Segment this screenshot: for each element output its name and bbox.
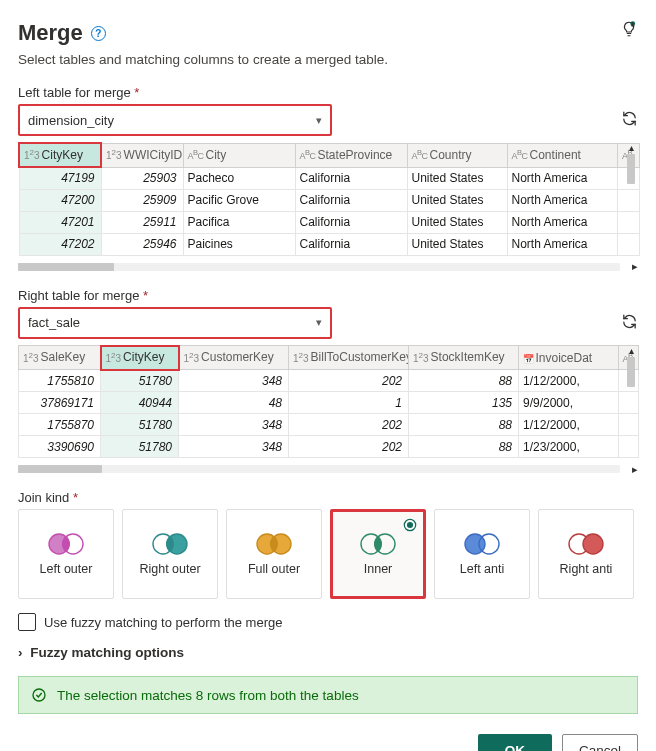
scroll-up-icon[interactable]: ▴ [624,345,638,357]
join-option-inner[interactable]: Inner [330,509,426,599]
svg-point-9 [407,522,413,528]
match-status-bar: The selection matches 8 rows from both t… [18,676,638,714]
refresh-left-icon[interactable] [621,110,638,130]
table-row[interactable]: 175587051780348202881/12/2000, [19,414,639,436]
join-option-right-outer[interactable]: Right outer [122,509,218,599]
column-header[interactable]: 123CustomerKey [179,346,289,370]
join-kind-options: Left outer Right outer Full outer Inner … [18,509,638,599]
table-row[interactable]: 4720125911PacificaCaliforniaUnited State… [19,211,639,233]
right-table-dropdown[interactable]: fact_sale ▾ [18,307,332,339]
column-header[interactable]: ABCCity [183,143,295,167]
fuzzy-matching-label: Use fuzzy matching to perform the merge [44,615,282,630]
column-header[interactable]: 123BillToCustomerKey [289,346,409,370]
scrollbar-thumb[interactable] [627,154,635,184]
join-option-full-outer[interactable]: Full outer [226,509,322,599]
page-title: Merge [18,20,83,46]
left-table-label: Left table for merge [18,85,131,100]
right-hscroll[interactable]: ▸ [18,462,638,476]
chevron-down-icon: ▾ [316,114,322,127]
column-header[interactable]: 123CityKey [19,143,101,167]
scroll-right-icon[interactable]: ▸ [624,260,638,273]
table-row[interactable]: 175581051780348202881/12/2000, [19,370,639,392]
join-option-right-anti[interactable]: Right anti [538,509,634,599]
left-table-grid[interactable]: 123CityKey123WWICityIDABCCityABCStatePro… [18,142,640,256]
column-header[interactable]: ABCContinent [507,143,617,167]
refresh-right-icon[interactable] [621,313,638,333]
column-header[interactable]: 123SaleKey [19,346,101,370]
scrollbar-thumb[interactable] [627,357,635,387]
right-table-label: Right table for merge [18,288,139,303]
column-header[interactable]: 123CityKey [101,346,179,370]
match-status-text: The selection matches 8 rows from both t… [57,688,359,703]
chevron-right-icon: › [18,645,23,660]
left-table-dropdown[interactable]: dimension_city ▾ [18,104,332,136]
table-row[interactable]: 37869171409444811359/9/2000, [19,392,639,414]
ok-button[interactable]: OK [478,734,552,751]
fuzzy-matching-checkbox[interactable] [18,613,36,631]
chevron-down-icon: ▾ [316,316,322,329]
join-option-left-outer[interactable]: Left outer [18,509,114,599]
svg-point-15 [583,534,603,554]
fuzzy-options-expander[interactable]: › Fuzzy matching options [18,645,638,660]
scroll-right-icon[interactable]: ▸ [624,463,638,476]
svg-text:1: 1 [632,23,634,27]
table-row[interactable]: 4719925903PachecoCaliforniaUnited States… [19,167,639,189]
svg-point-16 [33,689,45,701]
left-hscroll[interactable]: ▸ [18,260,638,274]
column-header[interactable]: 📅InvoiceDat [519,346,619,370]
scroll-up-icon[interactable]: ▴ [624,142,638,154]
idea-icon[interactable]: 1 [620,20,638,41]
column-header[interactable]: 123StockItemKey [409,346,519,370]
join-kind-label: Join kind [18,490,69,505]
right-table-grid[interactable]: 123SaleKey123CityKey123CustomerKey123Bil… [18,345,639,459]
table-row[interactable]: 4720025909Pacific GroveCaliforniaUnited … [19,189,639,211]
table-row[interactable]: 4720225946PaicinesCaliforniaUnited State… [19,233,639,255]
join-option-left-anti[interactable]: Left anti [434,509,530,599]
column-header[interactable]: 123WWICityID [101,143,183,167]
help-icon[interactable]: ? [91,26,106,41]
column-header[interactable]: ABCCountry [407,143,507,167]
column-header[interactable]: ABCStateProvince [295,143,407,167]
cancel-button[interactable]: Cancel [562,734,638,751]
page-subtitle: Select tables and matching columns to cr… [18,52,638,67]
table-row[interactable]: 339069051780348202881/23/2000, [19,436,639,458]
